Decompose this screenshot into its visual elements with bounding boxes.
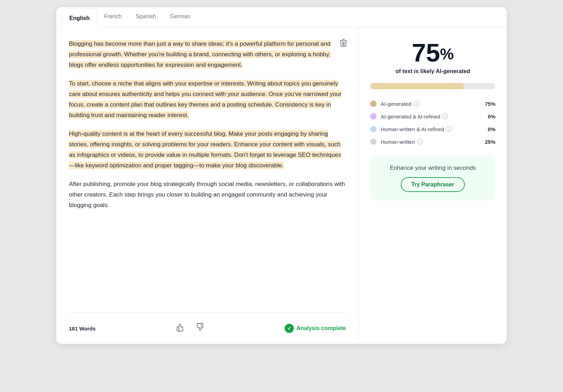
stat-value-human-ai-refined: 0%	[488, 126, 495, 132]
analysis-status-label: Analysis complete	[297, 325, 346, 332]
stat-row-ai-refined: AI-generated & AI-refined i 0%	[370, 113, 495, 120]
trash-icon	[340, 41, 347, 49]
word-count-label: 181 Words	[69, 326, 96, 332]
checkmark-icon: ✓	[287, 326, 291, 331]
enhance-box: Enhance your writing in seconds Try Para…	[370, 156, 495, 200]
stat-label-human-written: Human-written i	[381, 139, 481, 145]
info-icon-human-ai-refined[interactable]: i	[446, 126, 452, 132]
percentage-display: 75%	[412, 40, 454, 65]
progress-bar-fill	[370, 83, 464, 89]
stat-dot-ai-generated	[370, 101, 377, 107]
tab-spanish[interactable]: Spanish	[129, 7, 163, 27]
text-content-area: Blogging has become more than just a way…	[69, 39, 346, 307]
svg-rect-1	[342, 39, 345, 40]
left-panel: Blogging has become more than just a way…	[56, 27, 359, 344]
analysis-status: ✓ Analysis complete	[285, 324, 346, 333]
right-panel: 75% of text is likely AI-generated AI-ge…	[359, 27, 507, 344]
bottom-bar: 181 Words	[69, 313, 346, 335]
check-circle-icon: ✓	[285, 324, 294, 333]
svg-rect-0	[340, 40, 347, 41]
tab-german[interactable]: German	[163, 7, 197, 27]
info-icon-human-written[interactable]: i	[417, 139, 423, 144]
stat-value-ai-refined: 0%	[488, 114, 495, 120]
percentage-symbol: %	[440, 45, 454, 63]
highlighted-text-2: To start, choose a niche that aligns wit…	[69, 80, 341, 118]
thumbs-up-button[interactable]	[174, 321, 187, 335]
info-icon-ai-generated[interactable]: i	[413, 101, 419, 107]
stat-row-human-written: Human-written i 25%	[370, 139, 495, 145]
try-paraphraser-button[interactable]: Try Paraphraser	[401, 177, 465, 192]
stats-list: AI-generated i 75% AI-generated & AI-ref…	[370, 101, 495, 145]
stat-dot-human-ai-refined	[370, 126, 377, 132]
thumbs-down-button[interactable]	[193, 321, 206, 335]
main-container: English French Spanish German	[56, 7, 507, 344]
paragraph-4: After publishing, promote your blog stra…	[69, 179, 346, 210]
percentage-number: 75	[412, 39, 440, 67]
plain-text-4: After publishing, promote your blog stra…	[69, 181, 345, 208]
highlighted-text-3: High-quality content is at the heart of …	[69, 130, 341, 169]
info-icon-ai-refined[interactable]: i	[442, 114, 448, 119]
stat-dot-human-written	[370, 139, 377, 145]
stat-label-human-ai-refined: Human-written & AI-refined i	[381, 126, 483, 132]
highlighted-text-1: Blogging has become more than just a way…	[69, 40, 330, 69]
percentage-label: of text is likely AI-generated	[396, 68, 470, 75]
stat-row-human-ai-refined: Human-written & AI-refined i 0%	[370, 126, 495, 132]
main-layout: Blogging has become more than just a way…	[56, 27, 507, 344]
thumbs-down-icon	[195, 325, 204, 334]
progress-bar	[370, 83, 495, 89]
tab-french[interactable]: French	[97, 7, 129, 27]
stat-value-ai-generated: 75%	[485, 101, 495, 107]
paragraph-3: High-quality content is at the heart of …	[69, 129, 346, 171]
stat-row-ai-generated: AI-generated i 75%	[370, 101, 495, 107]
paragraph-2: To start, choose a niche that aligns wit…	[69, 78, 346, 120]
stat-value-human-written: 25%	[485, 139, 495, 145]
stat-label-ai-refined: AI-generated & AI-refined i	[381, 114, 483, 120]
thumbs-up-icon	[176, 325, 185, 334]
tab-english[interactable]: English	[62, 8, 97, 27]
delete-button[interactable]	[338, 37, 349, 50]
stat-label-ai-generated: AI-generated i	[381, 101, 481, 107]
paragraph-1: Blogging has become more than just a way…	[69, 39, 346, 70]
tab-bar: English French Spanish German	[56, 7, 507, 27]
feedback-buttons	[174, 321, 206, 335]
enhance-text: Enhance your writing in seconds	[390, 165, 476, 172]
stat-dot-ai-refined	[370, 113, 377, 120]
